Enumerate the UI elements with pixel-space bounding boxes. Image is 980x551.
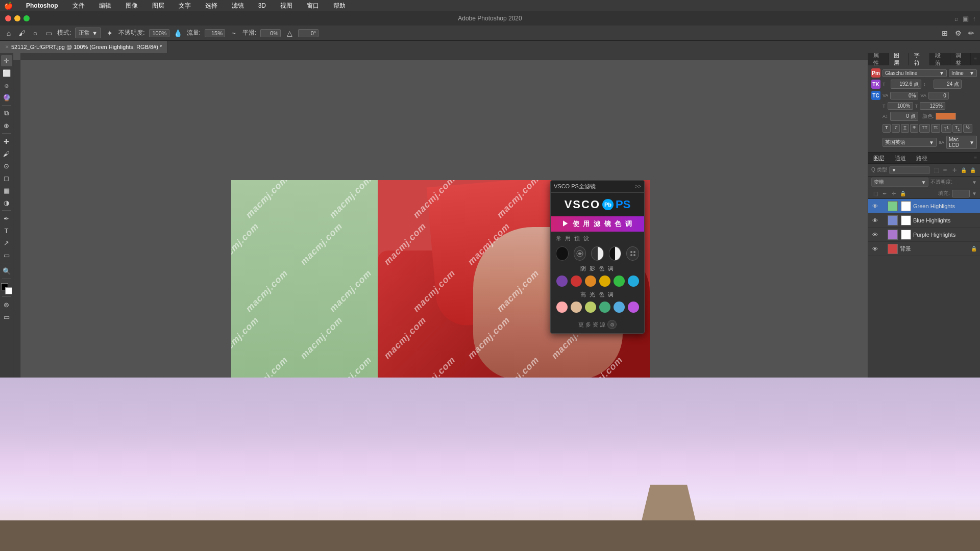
heal-tool[interactable]: ✚ bbox=[1, 136, 12, 147]
arrange-icon[interactable]: ▣ bbox=[963, 15, 969, 22]
vsco-preset-dark[interactable] bbox=[574, 246, 586, 261]
color-swatch[interactable] bbox=[936, 113, 956, 120]
leading-input[interactable]: 24 点 bbox=[934, 80, 962, 89]
app-name[interactable]: Photoshop bbox=[23, 1, 61, 10]
layer-background[interactable]: 👁 背景 🔒 bbox=[868, 242, 980, 256]
vsco-more-resources[interactable]: 更 多 资 源 ⚙ bbox=[551, 317, 644, 333]
close-button[interactable] bbox=[5, 15, 11, 21]
blend-mode-dropdown[interactable]: 变暗 ▼ bbox=[871, 178, 928, 187]
fullscreen-button[interactable] bbox=[23, 15, 30, 21]
menu-image[interactable]: 图像 bbox=[122, 1, 141, 11]
minimize-button[interactable] bbox=[14, 15, 20, 21]
smooth-icon[interactable]: ~ bbox=[229, 29, 238, 38]
opacity-value[interactable]: 100% bbox=[149, 29, 169, 37]
lock-artboard[interactable]: 🔒 bbox=[960, 166, 968, 174]
tracking-input[interactable]: 0% bbox=[890, 92, 918, 99]
magic-wand-tool[interactable]: 🔮 bbox=[1, 92, 12, 103]
layers-toggle-icon[interactable]: ⊞ bbox=[940, 29, 949, 38]
text-tool[interactable]: T bbox=[1, 225, 12, 236]
opacity-input[interactable]: 50% bbox=[954, 180, 970, 185]
tab-paragraph[interactable]: 段落 bbox=[930, 53, 950, 65]
lock-position[interactable]: ✛ bbox=[950, 166, 959, 174]
zoom-tool[interactable]: 🔍 bbox=[1, 265, 12, 277]
gradient-tool[interactable]: ▦ bbox=[1, 185, 12, 196]
lasso-tool[interactable]: ⌾ bbox=[1, 80, 12, 91]
allcaps-btn[interactable]: TT bbox=[919, 124, 930, 133]
crop-tool[interactable]: ⧉ bbox=[1, 108, 12, 119]
screen-mode-icon[interactable]: ▭ bbox=[1, 311, 12, 322]
underline-btn[interactable]: T bbox=[901, 124, 909, 133]
highlight-color-skyblue[interactable] bbox=[614, 302, 625, 313]
vsco-preset-bw[interactable] bbox=[609, 246, 622, 261]
font-style-dropdown[interactable]: Inline ▼ bbox=[949, 69, 977, 77]
half-btn[interactable]: ½ bbox=[963, 124, 972, 133]
angle-icon[interactable]: △ bbox=[285, 29, 294, 38]
opacity-arrow[interactable]: ▼ bbox=[972, 180, 977, 185]
lock-all[interactable]: 🔒 bbox=[969, 166, 977, 174]
vsco-preset-tools[interactable] bbox=[626, 246, 639, 261]
shadow-color-green[interactable] bbox=[614, 276, 625, 287]
tab-paths[interactable]: 路径 bbox=[911, 153, 933, 164]
angle-value[interactable]: 0° bbox=[298, 29, 318, 37]
flow-icon[interactable]: 💧 bbox=[174, 29, 183, 38]
erase-icon[interactable]: ▭ bbox=[44, 29, 53, 38]
scale-h-input[interactable]: 125% bbox=[920, 102, 945, 110]
airbrush-icon[interactable]: ✦ bbox=[105, 29, 114, 38]
layer-blue-highlights[interactable]: 👁 Blue Highlights bbox=[868, 213, 980, 228]
layer-visibility-bg[interactable]: 👁 bbox=[871, 245, 878, 253]
baseline-input[interactable]: 0 点 bbox=[890, 112, 918, 121]
move-tool[interactable]: ✛ bbox=[1, 55, 12, 66]
eyedropper-tool[interactable]: ⊕ bbox=[1, 120, 12, 131]
path-select-tool[interactable]: ↗ bbox=[1, 237, 12, 248]
kerning-input[interactable]: 0 bbox=[928, 92, 949, 99]
language-dropdown[interactable]: 英国英语 ▼ bbox=[883, 138, 937, 147]
lock-transparency[interactable]: ⬚ bbox=[932, 166, 940, 174]
smallcaps-btn[interactable]: Tt bbox=[931, 124, 940, 133]
brush-preset-icon[interactable]: ✏ bbox=[967, 29, 976, 38]
fill-lock-2[interactable]: ✒ bbox=[880, 189, 889, 197]
highlight-color-peach[interactable] bbox=[571, 302, 582, 313]
menu-window[interactable]: 窗口 bbox=[304, 1, 322, 11]
subscript-btn[interactable]: T1 bbox=[952, 124, 963, 133]
font-family-dropdown[interactable]: Glaschu Inline ▼ bbox=[883, 69, 947, 77]
vsco-preset-black[interactable] bbox=[556, 246, 569, 261]
fill-lock-4[interactable]: 🔒 bbox=[899, 189, 907, 197]
italic-btn[interactable]: T bbox=[892, 124, 900, 133]
layer-visibility-blue[interactable]: 👁 bbox=[871, 217, 878, 224]
bold-btn[interactable]: T bbox=[883, 124, 891, 133]
lock-image[interactable]: ✏ bbox=[941, 166, 949, 174]
search-icon[interactable]: ⌕ bbox=[954, 15, 959, 22]
tab-properties[interactable]: 属性 bbox=[868, 53, 889, 65]
tab-adjustments[interactable]: 调整 bbox=[950, 53, 971, 65]
shadow-color-purple[interactable] bbox=[556, 276, 568, 287]
shadow-color-blue[interactable] bbox=[628, 276, 639, 287]
font-size-input[interactable]: 192.6 点 bbox=[891, 80, 921, 89]
aa-dropdown[interactable]: Mac LCD ▼ bbox=[946, 136, 977, 149]
menu-filter[interactable]: 滤镜 bbox=[229, 1, 247, 11]
quick-mask-icon[interactable]: ⊚ bbox=[1, 299, 12, 310]
fill-input[interactable]: 100% bbox=[952, 190, 970, 197]
layers-panel-menu[interactable]: ≡ bbox=[971, 153, 980, 163]
layer-visibility-purple[interactable]: 👁 bbox=[871, 231, 878, 238]
shadow-color-orange[interactable] bbox=[585, 276, 596, 287]
menu-layer[interactable]: 图层 bbox=[149, 1, 167, 11]
vsco-use-button[interactable]: ▶ 使 用 滤 镜 色 调 bbox=[551, 216, 644, 232]
panel-menu-icon[interactable]: ≡ bbox=[971, 53, 980, 65]
menu-select[interactable]: 选择 bbox=[202, 1, 220, 11]
highlight-color-pink[interactable] bbox=[556, 302, 568, 313]
tab-layers[interactable]: 图层 bbox=[868, 153, 890, 164]
shape-tool[interactable]: ▭ bbox=[1, 249, 12, 261]
select-rect-tool[interactable]: ⬜ bbox=[1, 67, 12, 79]
menu-file[interactable]: 文件 bbox=[69, 1, 88, 11]
home-icon[interactable]: ⌂ bbox=[4, 29, 13, 38]
brush-tool[interactable]: 🖌 bbox=[1, 148, 12, 159]
fill-lock-3[interactable]: ✛ bbox=[890, 189, 898, 197]
scale-v-input[interactable]: 100% bbox=[888, 102, 913, 110]
fill-arrow[interactable]: ▼ bbox=[972, 191, 977, 196]
tab-close-icon[interactable]: ✕ bbox=[5, 44, 9, 49]
vsco-preset-half[interactable] bbox=[591, 246, 604, 261]
document-tab[interactable]: ✕ 52112_GrLfGPRT.jpg @ 100% (Green Highl… bbox=[0, 41, 167, 53]
shadow-color-yellow[interactable] bbox=[599, 276, 610, 287]
settings-icon[interactable]: ⚙ bbox=[953, 29, 963, 38]
flow-value[interactable]: 15% bbox=[205, 29, 225, 37]
